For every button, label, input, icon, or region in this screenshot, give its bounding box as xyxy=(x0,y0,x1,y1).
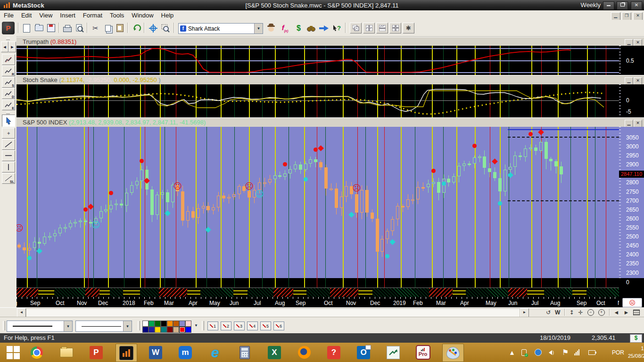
menu-file[interactable]: File xyxy=(0,11,17,20)
taskbar-help-icon[interactable]: ? xyxy=(323,344,344,361)
save-button[interactable] xyxy=(45,22,57,34)
pan-button[interactable]: ✛ xyxy=(578,309,583,316)
start-button[interactable] xyxy=(3,344,24,361)
chart-button-1[interactable]: 1 xyxy=(207,321,218,330)
indicator-tool-S[interactable]: S xyxy=(2,77,15,88)
taskbar-explorer-icon[interactable] xyxy=(56,344,77,361)
weekly-button[interactable]: W xyxy=(555,309,560,316)
tile-vertical-button[interactable] xyxy=(363,23,375,33)
template-dropdown-arrow[interactable]: ▼ xyxy=(254,24,263,33)
chart-button-2[interactable]: 2 xyxy=(221,321,231,330)
zoom-area-button[interactable] xyxy=(159,22,171,34)
paste-button[interactable] xyxy=(114,22,126,34)
restore-button[interactable] xyxy=(617,1,628,10)
horizontal-line-tool[interactable] xyxy=(2,150,15,161)
color-swatch[interactable] xyxy=(173,327,179,333)
menu-view[interactable]: View xyxy=(35,11,56,20)
panel-close-button[interactable]: ✕ xyxy=(634,120,642,127)
tile-horizontal-button[interactable] xyxy=(376,23,388,33)
page-right-button[interactable]: ► xyxy=(623,309,629,316)
indicator-tool-E[interactable]: E xyxy=(2,99,15,110)
new-button[interactable] xyxy=(21,22,33,34)
color-swatch[interactable] xyxy=(142,327,149,333)
chart-button-4[interactable]: 4 xyxy=(247,321,258,330)
tray-battery-icon[interactable] xyxy=(588,343,595,362)
money-management-button[interactable]: $ xyxy=(630,334,642,343)
taskbar-chrome-icon[interactable] xyxy=(26,344,47,361)
power-console-button[interactable]: P xyxy=(2,22,15,34)
chart-button-3[interactable]: 3 xyxy=(234,321,245,330)
color-swatch[interactable] xyxy=(155,327,161,333)
color-swatch[interactable] xyxy=(161,321,167,327)
price-chart[interactable]: ☹☺☹☹☺☹ xyxy=(17,127,619,278)
menu-insert[interactable]: Insert xyxy=(56,11,79,20)
palette-dropdown-arrow[interactable]: ▼ xyxy=(194,323,198,328)
color-swatch[interactable] xyxy=(185,321,191,327)
indicator-builder-button[interactable]: f(x) xyxy=(279,22,291,34)
panel-minimize-button[interactable]: ▁ xyxy=(625,77,633,85)
chart-list-button[interactable] xyxy=(633,310,640,315)
color-swatch[interactable] xyxy=(161,327,167,333)
taskbar-word-icon[interactable]: W xyxy=(145,344,166,361)
line-style-select[interactable]: ▼ xyxy=(75,321,132,332)
tray-language[interactable]: POR xyxy=(612,343,624,362)
taskbar-excel-icon[interactable]: X xyxy=(264,344,285,361)
support-resistance-tool[interactable]: SL xyxy=(2,173,15,184)
panel-minimize-button[interactable]: ▁ xyxy=(625,120,633,127)
line-weight-select[interactable]: ▼ xyxy=(7,321,73,332)
expert-sad-face-button[interactable]: ☹ xyxy=(622,298,642,307)
toolbar-handle[interactable] xyxy=(6,38,10,40)
indicator-tool-R[interactable]: R xyxy=(2,66,15,76)
stoch-panel-header[interactable]: Stoch Snake ( 2.11374, -2.95250, 0.000, … xyxy=(17,75,644,85)
scroll-left-button[interactable]: ◂ xyxy=(1,41,8,52)
taskbar-firefox-icon[interactable] xyxy=(294,344,314,361)
panel-close-button[interactable]: ✕ xyxy=(634,77,642,85)
color-swatch[interactable] xyxy=(167,321,173,327)
page-left-button[interactable]: ◄ xyxy=(614,309,619,316)
minimize-button[interactable] xyxy=(603,1,614,10)
open-button[interactable] xyxy=(33,22,45,34)
taskbar-metastock-pro-icon[interactable]: Pro xyxy=(413,344,433,361)
tray-network-icon[interactable] xyxy=(535,343,542,362)
line-style-dropdown-arrow[interactable]: ▼ xyxy=(123,321,132,331)
scroll-right-button[interactable]: ▸ xyxy=(8,41,16,52)
toolbar-handle[interactable] xyxy=(6,112,10,114)
color-swatch[interactable] xyxy=(179,327,185,333)
layout-template-select[interactable]: f Shark Attack ▼ xyxy=(178,23,263,34)
tray-signal-icon[interactable] xyxy=(574,343,579,362)
taskbar-powerpoint-icon[interactable]: P xyxy=(86,344,107,361)
taskbar-metastock-icon[interactable] xyxy=(116,344,137,362)
crosshair-button[interactable] xyxy=(147,22,159,34)
pointer-tool[interactable] xyxy=(2,115,15,127)
trendline-tool[interactable] xyxy=(2,139,15,150)
menu-help[interactable]: Help xyxy=(157,11,178,20)
line-weight-dropdown-arrow[interactable]: ▼ xyxy=(64,321,72,331)
menu-window[interactable]: Window xyxy=(128,11,157,20)
refresh-button[interactable]: ↺ xyxy=(546,309,551,316)
chart-button-5[interactable]: 5 xyxy=(260,321,271,330)
tray-usb-icon[interactable]: ✓ xyxy=(521,343,527,362)
color-swatch[interactable] xyxy=(179,321,185,327)
tray-volume-icon[interactable]: ) xyxy=(549,343,554,362)
expert-advisor-button[interactable] xyxy=(265,22,277,34)
menu-edit[interactable]: Edit xyxy=(17,11,35,20)
menu-format[interactable]: Format xyxy=(79,11,106,20)
scrollbar-right-arrow[interactable]: ► xyxy=(520,308,529,317)
print-preview-button[interactable] xyxy=(74,22,85,34)
child-restore-button[interactable]: ❐ xyxy=(622,12,631,20)
indicator-tool-1[interactable] xyxy=(2,54,15,65)
crosshair-tool[interactable]: ＋ xyxy=(2,128,15,139)
color-swatch[interactable] xyxy=(149,321,155,327)
system-tester-button[interactable]: $ xyxy=(293,22,305,34)
menu-tools[interactable]: Tools xyxy=(106,11,128,20)
color-swatch[interactable] xyxy=(142,321,149,327)
print-button[interactable] xyxy=(61,22,73,34)
scrollbar-track[interactable] xyxy=(26,308,520,317)
options-button[interactable]: ✱ xyxy=(403,23,414,33)
child-minimize-button[interactable]: ▁ xyxy=(611,12,620,20)
zoom-in-button[interactable]: + xyxy=(598,309,605,316)
cut-button[interactable]: ✂ xyxy=(90,22,101,34)
zoom-out-button[interactable]: − xyxy=(587,309,594,316)
color-swatch[interactable] xyxy=(155,321,161,327)
explorer-button[interactable] xyxy=(305,22,317,34)
